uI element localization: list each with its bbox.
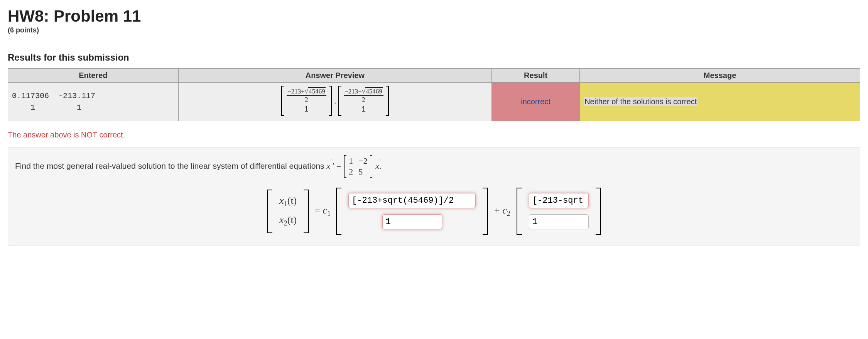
v2-numer-sign: −213− xyxy=(344,88,362,95)
cell-result: incorrect xyxy=(492,83,580,121)
prompt-text-before: Find the most general real-valued soluti… xyxy=(15,161,326,170)
col-entered: Entered xyxy=(8,69,179,83)
v1-denom: 2 xyxy=(305,96,308,103)
c1-entry-2-input[interactable] xyxy=(382,214,442,229)
v2-bot: 1 xyxy=(361,105,366,114)
results-heading: Results for this submission xyxy=(8,52,860,63)
col-message: Message xyxy=(580,69,860,83)
page-title: HW8: Problem 11 xyxy=(8,7,860,25)
v1-bot: 1 xyxy=(304,105,309,114)
not-correct-notice: The answer above is NOT correct. xyxy=(8,131,860,139)
cell-preview: −213+√45469 2 1 , xyxy=(178,83,491,121)
v1-radicand: 45469 xyxy=(308,87,326,95)
points-label: (6 points) xyxy=(8,26,860,34)
c2-entry-2-input[interactable] xyxy=(529,214,589,229)
col-preview: Answer Preview xyxy=(178,69,491,83)
lhs-vector: x1(t) x2(t) xyxy=(267,190,309,233)
problem-prompt: Find the most general real-valued soluti… xyxy=(15,155,853,178)
problem-box: Find the most general real-valued soluti… xyxy=(8,147,860,246)
table-row: 0.117306 -213.117 1 1 −213+√45469 xyxy=(8,83,860,121)
cell-entered: 0.117306 -213.117 1 1 xyxy=(8,83,179,121)
c2-vector xyxy=(517,188,601,235)
answer-form: x1(t) x2(t) = c1 + c2 xyxy=(15,188,853,235)
v2-denom: 2 xyxy=(362,96,365,103)
cell-message: Neither of the solutions is correct xyxy=(580,83,860,121)
v2-radicand: 45469 xyxy=(365,87,383,95)
preview-comma: , xyxy=(334,97,336,105)
table-header-row: Entered Answer Preview Result Message xyxy=(8,69,860,83)
c1-vector xyxy=(336,188,488,235)
v1-numer-sign: −213+ xyxy=(287,88,305,95)
coef-matrix: 1−2 25 xyxy=(344,155,372,178)
col-result: Result xyxy=(492,69,580,83)
results-table: Entered Answer Preview Result Message 0.… xyxy=(8,68,860,121)
c1-entry-1-input[interactable] xyxy=(348,193,476,208)
c2-entry-1-input[interactable] xyxy=(529,193,589,208)
